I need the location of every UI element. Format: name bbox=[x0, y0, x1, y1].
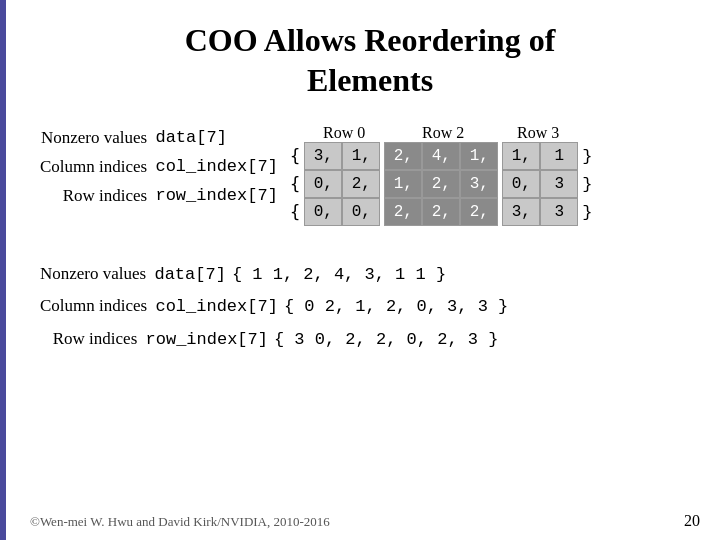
plain-values-ci: { 0 2, 1, 2, 0, 3, 3 } bbox=[284, 291, 508, 322]
cell-nz-r3-0: 1, bbox=[502, 142, 540, 170]
code-data: data[7] bbox=[155, 124, 288, 153]
top-section: Nonzero values Column indices Row indice… bbox=[30, 124, 710, 226]
data-row-nonzero: { 3, 1, 2, 4, 1, 1, 1 } bbox=[290, 142, 592, 170]
cell-nz-r2-1: 4, bbox=[422, 142, 460, 170]
plain-code-nz: data[7] bbox=[154, 259, 225, 290]
cell-ci-r3-0: 0, bbox=[502, 170, 540, 198]
label-column: Column indices bbox=[40, 153, 151, 182]
column-headers: Row 0 Row 2 Row 3 bbox=[294, 124, 592, 142]
cell-ci-r0-1: 2, bbox=[342, 170, 380, 198]
plain-row-nonzero: Nonzero values data[7] { 1 1, 2, 4, 3, 1… bbox=[40, 258, 710, 290]
main-content: COO Allows Reordering of Elements Nonzer… bbox=[30, 20, 710, 355]
suffix-nz: } bbox=[582, 147, 592, 166]
cell-nz-r2-2: 1, bbox=[460, 142, 498, 170]
suffix-ri: } bbox=[582, 203, 592, 222]
cell-nz-r0-1: 1, bbox=[342, 142, 380, 170]
plain-label-ci: Column indices bbox=[40, 290, 151, 321]
cell-ri-r0-0: 0, bbox=[304, 198, 342, 226]
code-col-index: col_index[7] bbox=[155, 153, 288, 182]
cell-ri-r3-0: 3, bbox=[502, 198, 540, 226]
plain-values-ri: { 3 0, 2, 2, 0, 2, 3 } bbox=[274, 324, 498, 355]
code-row-index: row_index[7] bbox=[155, 182, 288, 211]
plain-values-nz: { 1 1, 2, 4, 3, 1 1 } bbox=[232, 259, 446, 290]
label-row-indices: Row indices bbox=[40, 182, 151, 211]
header-row2: Row 2 bbox=[386, 124, 500, 142]
plain-label-ri: Row indices bbox=[40, 323, 142, 354]
data-row-col-indices: { 0, 2, 1, 2, 3, 0, 3 } bbox=[290, 170, 592, 198]
cell-nz-r3-1: 1 bbox=[540, 142, 578, 170]
cell-ri-r0-1: 0, bbox=[342, 198, 380, 226]
left-accent-bar bbox=[0, 0, 6, 540]
cell-ci-r3-1: 3 bbox=[540, 170, 578, 198]
labels-column: Nonzero values Column indices Row indice… bbox=[40, 124, 151, 211]
plain-row-row-idx: Row indices row_index[7] { 3 0, 2, 2, 0,… bbox=[40, 323, 710, 355]
plain-row-col-idx: Column indices col_index[7] { 0 2, 1, 2,… bbox=[40, 290, 710, 322]
code-column: data[7] col_index[7] row_index[7] bbox=[155, 124, 288, 211]
footer-copyright: ©Wen-mei W. Hwu and David Kirk/NVIDIA, 2… bbox=[30, 514, 330, 530]
cell-ci-r2-2: 3, bbox=[460, 170, 498, 198]
page-number: 20 bbox=[684, 512, 700, 530]
plain-code-ri: row_index[7] bbox=[146, 324, 268, 355]
plain-code-ci: col_index[7] bbox=[155, 291, 277, 322]
cell-ci-r0-0: 0, bbox=[304, 170, 342, 198]
highlighted-data-table: Row 0 Row 2 Row 3 { 3, 1, 2, 4, 1, 1, 1 … bbox=[290, 124, 592, 226]
bottom-section: Nonzero values data[7] { 1 1, 2, 4, 3, 1… bbox=[30, 258, 710, 355]
suffix-ci: } bbox=[582, 175, 592, 194]
header-row0: Row 0 bbox=[306, 124, 382, 142]
cell-ri-r2-2: 2, bbox=[460, 198, 498, 226]
cell-nz-r2-0: 2, bbox=[384, 142, 422, 170]
cell-ri-r2-0: 2, bbox=[384, 198, 422, 226]
plain-label-nz: Nonzero values bbox=[40, 258, 150, 289]
cell-nz-r0-0: 3, bbox=[304, 142, 342, 170]
cell-ri-r3-1: 3 bbox=[540, 198, 578, 226]
cell-ci-r2-0: 1, bbox=[384, 170, 422, 198]
data-row-row-indices: { 0, 0, 2, 2, 2, 3, 3 } bbox=[290, 198, 592, 226]
label-nonzero: Nonzero values bbox=[40, 124, 151, 153]
cell-ci-r2-1: 2, bbox=[422, 170, 460, 198]
header-row3: Row 3 bbox=[500, 124, 576, 142]
slide-title: COO Allows Reordering of Elements bbox=[30, 20, 710, 100]
cell-ri-r2-1: 2, bbox=[422, 198, 460, 226]
